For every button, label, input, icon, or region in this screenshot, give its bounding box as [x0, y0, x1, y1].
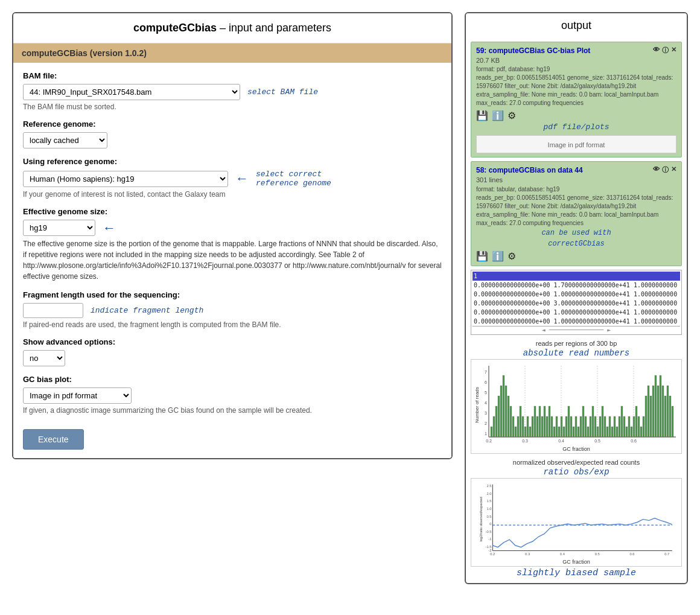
main-title: computeGCbias – input and parameters	[13, 13, 451, 43]
bam-file-group: BAM file: 44: IMR90_Input_SRX017548.bam …	[23, 71, 442, 111]
info-icon-1[interactable]: ℹ️	[492, 110, 504, 121]
fragment-length-input[interactable]: 150	[23, 303, 83, 318]
output-item-2-title[interactable]: 58: computeGCBias on data 44	[476, 166, 583, 174]
svg-rect-75	[648, 386, 649, 437]
svg-rect-41	[565, 416, 567, 437]
show-advanced-label: Show advanced options:	[23, 337, 442, 346]
settings-icon-2[interactable]: ⚙	[508, 250, 516, 262]
svg-text:3: 3	[485, 411, 487, 415]
svg-rect-22	[520, 406, 521, 437]
gc-bias-note: If given, a diagnostic image summarizing…	[23, 406, 442, 415]
svg-rect-59	[609, 416, 611, 437]
line-chart-title: normalized observed/expected read counts	[471, 459, 682, 466]
svg-rect-37	[556, 416, 558, 437]
svg-rect-60	[611, 427, 613, 437]
svg-text:0.6: 0.6	[629, 552, 634, 556]
info-icon-2[interactable]: ⓘ	[662, 165, 669, 174]
eff-genome-group: Effective genome size: hg19 ← The effect…	[23, 207, 442, 282]
svg-rect-77	[652, 386, 654, 437]
save-icon-1[interactable]: 💾	[476, 110, 488, 121]
svg-rect-32	[544, 406, 546, 437]
ref-genome-annotation: select correct reference genome	[256, 170, 331, 188]
using-ref-select[interactable]: Human (Homo sapiens): hg19	[23, 171, 228, 187]
eye-icon-2[interactable]: 👁	[653, 165, 660, 174]
bam-file-row: 44: IMR90_Input_SRX017548.bam select BAM…	[23, 84, 442, 100]
info-icon-2b[interactable]: ℹ️	[492, 250, 504, 262]
pdf-annotation: pdf file/plots	[476, 121, 676, 133]
svg-rect-69	[633, 416, 635, 437]
gc-bias-select[interactable]: Image in pdf format	[23, 387, 132, 404]
bam-file-select[interactable]: 44: IMR90_Input_SRX017548.bam	[23, 84, 240, 100]
svg-text:0.4: 0.4	[560, 552, 565, 556]
svg-rect-39	[561, 416, 562, 437]
svg-rect-61	[614, 416, 616, 437]
fragment-length-group: Fragment length used for the sequencing:…	[23, 290, 442, 329]
svg-text:1.0: 1.0	[486, 507, 491, 511]
using-ref-row: Human (Homo sapiens): hg19 ← select corr…	[23, 170, 442, 188]
eff-genome-select[interactable]: hg19	[23, 220, 95, 236]
ref-genome-select[interactable]: locally cached	[23, 132, 107, 148]
tool-header: computeGCBias (version 1.0.2)	[13, 43, 451, 63]
svg-text:1: 1	[485, 432, 487, 436]
svg-rect-55	[599, 416, 601, 437]
settings-icon-1[interactable]: ⚙	[508, 110, 516, 121]
arrow-left-icon: ←	[235, 171, 249, 186]
fragment-note: If paired-end reads are used, the fragme…	[23, 320, 442, 329]
tabular-scrollbar[interactable]: ◄ ─────────────── ►	[472, 326, 680, 333]
bar-chart-annotation: absolute read numbers	[471, 348, 682, 358]
svg-text:2.0: 2.0	[486, 492, 491, 496]
svg-text:log2/ratio observed/expected: log2/ratio observed/expected	[479, 497, 483, 541]
bar-chart-area: Number of reads 1 2 3 4 5 6 7	[471, 359, 682, 454]
svg-rect-18	[510, 406, 512, 437]
output-item-2-title-row: 58: computeGCBias on data 44 👁 ⓘ ✕	[476, 165, 676, 174]
execute-button[interactable]: Execute	[23, 429, 84, 450]
svg-rect-47	[580, 416, 582, 437]
svg-text:0.4: 0.4	[558, 439, 564, 443]
svg-text:Number of reads: Number of reads	[474, 387, 480, 423]
ref-genome-annotation-line1: select correct	[256, 170, 331, 179]
svg-rect-28	[534, 406, 536, 437]
svg-rect-62	[616, 427, 618, 437]
line-chart-container: normalized observed/expected read counts…	[471, 459, 682, 578]
fragment-row: 150 indicate fragment length	[23, 303, 442, 318]
eff-genome-row: hg19 ←	[23, 220, 442, 236]
output-item-1-icons: 👁 ⓘ ✕	[653, 46, 676, 55]
svg-text:7: 7	[485, 370, 487, 374]
svg-text:0.3: 0.3	[522, 439, 528, 443]
svg-rect-43	[570, 416, 572, 437]
show-advanced-select[interactable]: no	[23, 350, 65, 366]
tabular-row-1: 0.000000000000000e+00 1.700000000000000e…	[472, 281, 680, 290]
eye-icon[interactable]: 👁	[653, 46, 660, 55]
svg-text:0.2: 0.2	[486, 439, 492, 443]
svg-text:0.7: 0.7	[664, 552, 669, 556]
svg-text:2.5: 2.5	[486, 484, 491, 488]
svg-rect-57	[604, 416, 606, 437]
bar-chart-svg: Number of reads 1 2 3 4 5 6 7	[471, 360, 681, 444]
svg-rect-50	[587, 427, 589, 437]
bar-chart-container: reads per regions of 300 bp absolute rea…	[471, 340, 682, 454]
svg-rect-70	[635, 406, 637, 437]
info-icon[interactable]: ⓘ	[662, 46, 669, 55]
svg-rect-73	[643, 416, 644, 437]
close-icon-1[interactable]: ✕	[671, 46, 676, 55]
bam-file-label: BAM file:	[23, 71, 442, 80]
svg-text:-1: -1	[488, 537, 491, 541]
svg-rect-65	[623, 416, 625, 437]
output-item-1-title[interactable]: 59: computeGCBias GC-bias Plot	[476, 46, 590, 55]
svg-rect-46	[578, 427, 579, 437]
save-icon-2[interactable]: 💾	[476, 250, 488, 262]
svg-rect-76	[650, 396, 652, 437]
svg-rect-49	[585, 416, 587, 437]
bar-x-label: GC fraction	[471, 446, 681, 453]
svg-rect-53	[594, 416, 596, 437]
gc-bias-label: GC bias plot:	[23, 375, 442, 384]
svg-text:0.5: 0.5	[595, 552, 600, 556]
svg-text:6: 6	[485, 380, 487, 384]
svg-rect-79	[657, 386, 659, 437]
svg-rect-51	[590, 416, 591, 437]
svg-rect-13	[498, 396, 500, 437]
svg-rect-56	[602, 406, 603, 437]
svg-rect-23	[522, 416, 524, 437]
svg-rect-78	[655, 375, 657, 437]
close-icon-2[interactable]: ✕	[671, 165, 676, 174]
